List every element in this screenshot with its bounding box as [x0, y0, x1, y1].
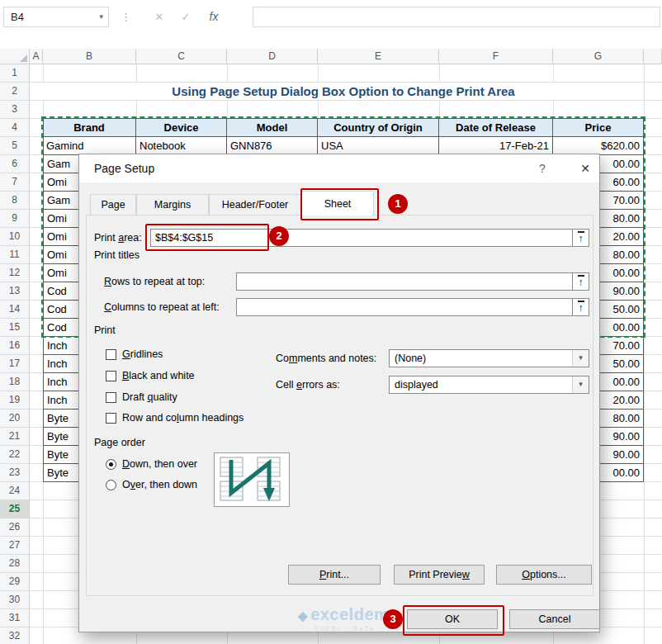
cell-b13-partial[interactable]: Cod	[44, 282, 78, 301]
row-header-18[interactable]: 18	[0, 373, 30, 391]
row-header-5[interactable]: 5	[0, 137, 30, 155]
row-header-30[interactable]: 30	[0, 591, 30, 609]
rows-repeat-input[interactable]	[236, 272, 573, 291]
col-header-A[interactable]: A	[30, 49, 43, 64]
formula-bar[interactable]	[253, 7, 660, 27]
radio-down-then-over[interactable]: Down, then over	[79, 458, 343, 471]
col-header-F[interactable]: F	[439, 49, 553, 64]
row-header-16[interactable]: 16	[0, 337, 30, 355]
cell-errors-dropdown[interactable]: displayed ▾	[389, 376, 589, 394]
row-header-21[interactable]: 21	[0, 428, 30, 446]
cell-g7-partial[interactable]: 60.00	[600, 173, 644, 192]
row-header-31[interactable]: 31	[0, 609, 30, 627]
cell-b7-partial[interactable]: Omi	[44, 173, 78, 192]
row-header-14[interactable]: 14	[0, 301, 30, 319]
cell-b18-partial[interactable]: Inch	[44, 373, 78, 391]
cell-b10-partial[interactable]: Omi	[44, 228, 78, 246]
close-icon[interactable]: ✕	[573, 154, 598, 182]
cell-date-of-release[interactable]: 17-Feb-21	[439, 137, 553, 155]
cell-g13-partial[interactable]: 90.00	[600, 282, 644, 301]
cell-device[interactable]: Notebook	[136, 137, 227, 155]
cell-b22-partial[interactable]: Byte	[44, 446, 78, 464]
cell-b19-partial[interactable]: Inch	[44, 391, 78, 410]
cell-g8-partial[interactable]: 70.00	[600, 192, 644, 210]
comments-dropdown[interactable]: (None) ▾	[389, 349, 589, 367]
col-header-B[interactable]: B	[43, 49, 136, 64]
row-header-27[interactable]: 27	[0, 537, 30, 555]
cell-g9-partial[interactable]: 80.00	[600, 210, 644, 228]
header-cell-date-of-release[interactable]: Date of Release	[439, 119, 553, 137]
name-box[interactable]: B4 ▾	[3, 7, 109, 27]
row-header-1[interactable]: 1	[0, 64, 30, 83]
sheet-title[interactable]: Using Page Setup Dialog Box Option to Ch…	[43, 83, 644, 101]
header-cell-country-of-origin[interactable]: Country of Origin	[318, 119, 439, 137]
insert-function-icon[interactable]: fx	[203, 7, 225, 27]
cell-b8-partial[interactable]: Gam	[44, 192, 78, 210]
cell-b9-partial[interactable]: Omi	[44, 210, 78, 228]
row-header-32[interactable]: 32	[0, 627, 30, 644]
cell-g21-partial[interactable]: 90.00	[600, 428, 644, 446]
row-header-10[interactable]: 10	[0, 228, 30, 246]
row-header-4[interactable]: 4	[0, 119, 30, 137]
cell-g19-partial[interactable]: 20.00	[600, 391, 644, 410]
print-area-collapse-button[interactable]: ↑	[572, 229, 589, 247]
col-header-C[interactable]: C	[136, 49, 227, 64]
col-header-E[interactable]: E	[318, 49, 439, 64]
tab-header-footer[interactable]: Header/Footer	[209, 194, 301, 215]
row-header-3[interactable]: 3	[0, 101, 30, 119]
tab-page[interactable]: Page	[90, 194, 136, 215]
cell-g23-partial[interactable]: 00.00	[600, 464, 644, 482]
cell-b15-partial[interactable]: Cod	[44, 319, 78, 337]
cell-g18-partial[interactable]: 00.00	[600, 373, 644, 391]
row-header-12[interactable]: 12	[0, 264, 30, 282]
row-header-26[interactable]: 26	[0, 519, 30, 537]
row-header-20[interactable]: 20	[0, 410, 30, 428]
header-cell-price[interactable]: Price	[553, 119, 644, 137]
cell-g14-partial[interactable]: 50.00	[600, 301, 644, 319]
cell-b23-partial[interactable]: Byte	[44, 464, 78, 482]
row-header-23[interactable]: 23	[0, 464, 30, 482]
cell-g17-partial[interactable]: 50.00	[600, 355, 644, 373]
name-box-dropdown-icon[interactable]: ▾	[99, 7, 103, 26]
col-header-G[interactable]: G	[553, 49, 644, 64]
cell-b17-partial[interactable]: Inch	[44, 355, 78, 373]
header-cell-brand[interactable]: Brand	[43, 119, 136, 137]
row-header-25[interactable]: 25	[0, 500, 30, 519]
cell-b21-partial[interactable]: Byte	[44, 428, 78, 446]
ok-button[interactable]: OK	[407, 609, 498, 629]
tab-sheet[interactable]: Sheet	[301, 191, 374, 215]
row-header-8[interactable]: 8	[0, 192, 30, 210]
row-header-11[interactable]: 11	[0, 246, 30, 264]
row-header-17[interactable]: 17	[0, 355, 30, 373]
row-header-19[interactable]: 19	[0, 391, 30, 410]
radio-over-then-down[interactable]: Over, then down	[79, 479, 343, 492]
cell-g16-partial[interactable]: 70.00	[600, 337, 644, 355]
enter-entry-icon[interactable]: ✓	[175, 7, 196, 27]
cell-g15-partial[interactable]: 00.00	[600, 319, 644, 337]
help-icon[interactable]: ?	[530, 154, 555, 182]
cell-b11-partial[interactable]: Omi	[44, 246, 78, 264]
cell-g10-partial[interactable]: 20.00	[600, 228, 644, 246]
rows-repeat-collapse-button[interactable]: ↑	[572, 272, 589, 291]
col-header-D[interactable]: D	[227, 49, 318, 64]
cell-g20-partial[interactable]: 80.00	[600, 410, 644, 428]
cell-g22-partial[interactable]: 90.00	[600, 446, 644, 464]
row-header-29[interactable]: 29	[0, 573, 30, 591]
cell-g6-partial[interactable]: 00.00	[600, 155, 644, 173]
dialog-title-bar[interactable]: Page Setup ? ✕	[79, 154, 599, 182]
row-header-13[interactable]: 13	[0, 282, 30, 301]
row-header-24[interactable]: 24	[0, 482, 30, 500]
cancel-button[interactable]: Cancel	[509, 609, 600, 629]
cell-price[interactable]: $620.00	[553, 137, 644, 155]
cell-b6-partial[interactable]: Gam	[44, 155, 78, 173]
select-all-corner[interactable]	[0, 49, 30, 64]
print-button[interactable]: Print...	[288, 565, 381, 585]
row-header-7[interactable]: 7	[0, 173, 30, 192]
cols-repeat-collapse-button[interactable]: ↑	[572, 298, 589, 316]
row-header-22[interactable]: 22	[0, 446, 30, 464]
cell-b12-partial[interactable]: Omi	[44, 264, 78, 282]
options-button[interactable]: Options...	[496, 565, 592, 585]
print-area-input[interactable]: $B$4:$G$15	[150, 229, 573, 247]
row-header-9[interactable]: 9	[0, 210, 30, 228]
cell-g11-partial[interactable]: 80.00	[600, 246, 644, 264]
